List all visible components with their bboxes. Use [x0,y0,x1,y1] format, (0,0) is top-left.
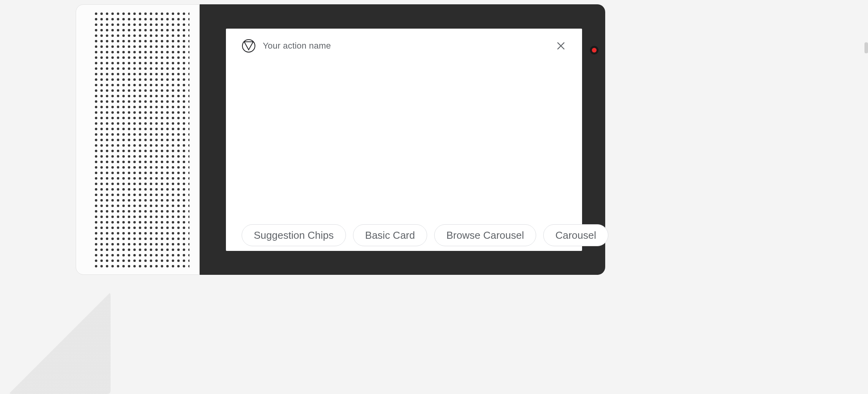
speaker-grille [76,4,200,275]
speaker-dots-pattern [93,11,189,268]
action-name-label: Your action name [263,41,331,51]
screen-bezel: Your action name Suggestion Chips Basic … [200,4,605,275]
chip-carousel[interactable]: Carousel [543,224,608,246]
material-logo-icon [242,39,256,53]
close-button[interactable] [555,40,566,51]
status-led-icon [590,46,599,54]
chip-suggestion-chips[interactable]: Suggestion Chips [242,224,346,246]
scrollbar-thumb[interactable] [864,42,868,53]
smart-display-device: Your action name Suggestion Chips Basic … [76,4,605,275]
card-header: Your action name [242,38,566,54]
background-shadow [9,292,111,394]
chip-browse-carousel[interactable]: Browse Carousel [434,224,536,246]
close-icon [556,41,566,51]
suggestion-chips-row: Suggestion Chips Basic Card Browse Carou… [242,224,566,246]
chip-basic-card[interactable]: Basic Card [353,224,427,246]
content-card: Your action name Suggestion Chips Basic … [226,29,582,251]
